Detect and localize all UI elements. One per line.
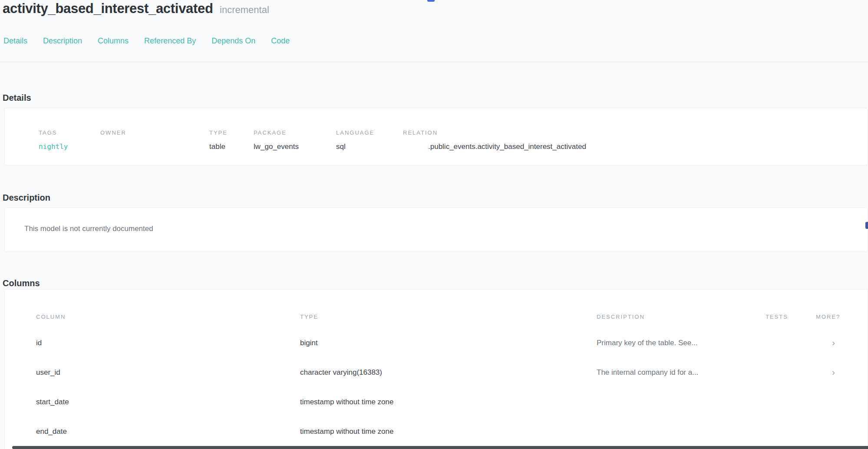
package-label: PACKAGE	[254, 129, 299, 136]
header-type: TYPE	[300, 314, 318, 320]
cell-column-name: start_date	[36, 398, 69, 406]
table-row-start-date[interactable]: start_date timestamp without time zone	[5, 398, 868, 419]
package-value: lw_go_events	[254, 142, 299, 151]
description-text: This model is not currently documented	[24, 224, 153, 233]
tab-depends-on[interactable]: Depends On	[211, 36, 255, 46]
horizontal-scrollbar-thumb[interactable]	[12, 446, 868, 449]
clipped-top-element	[427, 0, 435, 2]
table-row-user-id[interactable]: user_id character varying(16383) The int…	[5, 368, 868, 390]
tags-label: TAGS	[39, 129, 68, 136]
cell-column-description: The internal company id for a...	[597, 368, 698, 377]
header-divider	[0, 62, 868, 62]
details-card: TAGS nightly OWNER TYPE table PACKAGE lw…	[4, 108, 868, 165]
chevron-right-icon[interactable]: ›	[832, 339, 835, 346]
table-row-id[interactable]: id bigint Primary key of the table. See.…	[5, 339, 868, 360]
tag-nightly[interactable]: nightly	[39, 142, 68, 151]
page-header: activity_based_interest_activated increm…	[3, 1, 269, 17]
cell-column-type: timestamp without time zone	[300, 398, 393, 406]
cell-column-name: id	[36, 339, 42, 347]
columns-heading: Columns	[3, 278, 40, 288]
tab-columns[interactable]: Columns	[98, 36, 129, 46]
details-heading: Details	[3, 93, 31, 103]
tab-referenced-by[interactable]: Referenced By	[144, 36, 196, 46]
tab-code[interactable]: Code	[271, 36, 290, 46]
cell-column-type: timestamp without time zone	[300, 427, 393, 436]
field-owner: OWNER	[100, 129, 126, 142]
relation-label: RELATION	[403, 129, 586, 136]
header-more: MORE?	[816, 314, 840, 320]
cell-column-name: user_id	[36, 368, 60, 377]
field-relation: RELATION .public_events.activity_based_i…	[403, 129, 586, 151]
materialization-badge: incremental	[220, 4, 269, 15]
page-title: activity_based_interest_activated	[3, 1, 213, 16]
section-nav: Details Description Columns Referenced B…	[3, 36, 290, 46]
language-value: sql	[336, 142, 374, 151]
cell-column-name: end_date	[36, 427, 67, 436]
chevron-right-icon[interactable]: ›	[832, 368, 835, 376]
cell-column-type: bigint	[300, 339, 318, 347]
header-description: DESCRIPTION	[597, 314, 645, 320]
description-heading: Description	[3, 193, 50, 203]
language-label: LANGUAGE	[336, 129, 374, 136]
columns-card: COLUMN TYPE DESCRIPTION TESTS MORE? id b…	[4, 289, 868, 449]
field-package: PACKAGE lw_go_events	[254, 129, 299, 151]
tab-details[interactable]: Details	[3, 36, 27, 46]
relation-value: .public_events.activity_based_interest_a…	[428, 142, 586, 151]
field-language: LANGUAGE sql	[336, 129, 374, 151]
cell-column-type: character varying(16383)	[300, 368, 382, 377]
cell-column-description: Primary key of the table. See...	[597, 339, 697, 347]
type-label: TYPE	[209, 129, 228, 136]
header-tests: TESTS	[766, 314, 788, 320]
tab-description[interactable]: Description	[43, 36, 82, 46]
model-docs-page: { "header": { "title": "activity_based_i…	[0, 0, 868, 449]
header-column: COLUMN	[36, 314, 66, 320]
clipped-right-edge-button[interactable]	[865, 222, 868, 229]
field-tags: TAGS nightly	[39, 129, 68, 151]
field-type: TYPE table	[209, 129, 228, 151]
owner-label: OWNER	[100, 129, 126, 136]
description-card: This model is not currently documented	[4, 208, 868, 252]
type-value: table	[209, 142, 228, 151]
